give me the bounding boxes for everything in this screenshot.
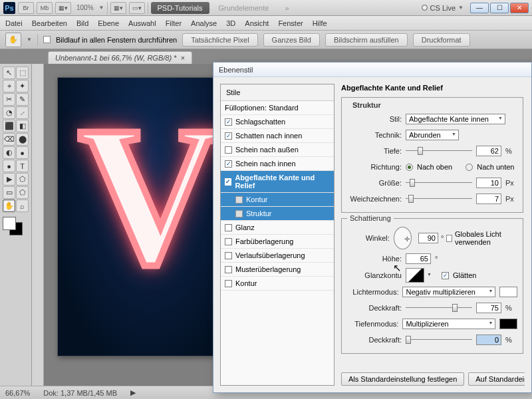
marquee-tool[interactable]: ⬚ [16, 66, 29, 79]
dodge-tool[interactable]: ● [16, 146, 29, 159]
menu-filter[interactable]: Filter [166, 19, 182, 27]
menu-hilfe[interactable]: Hilfe [313, 19, 327, 27]
hoehe-input[interactable]: 65 [406, 253, 431, 264]
reset-default-button[interactable]: Auf Standardeinstell [468, 372, 525, 386]
chevron-down-icon[interactable]: ▼ [99, 5, 104, 11]
panel-collapse-strip[interactable] [32, 64, 44, 386]
eraser-tool[interactable]: ⌫ [3, 133, 15, 146]
weich-slider[interactable] [406, 194, 472, 203]
menu-3d[interactable]: 3D [226, 19, 235, 27]
eyedropper-tool[interactable]: ✎ [16, 93, 29, 106]
highlight-color-swatch[interactable] [499, 287, 517, 297]
style-checkbox[interactable] [225, 146, 232, 154]
gloss-contour-picker[interactable]: ▼ [406, 268, 424, 283]
deck2-slider[interactable] [406, 335, 472, 344]
style-item[interactable]: Musterüberlagerung [221, 263, 334, 277]
style-checkbox[interactable] [225, 238, 232, 245]
weich-input[interactable]: 7 [476, 194, 501, 204]
screen-mode-button[interactable]: ▭▾ [129, 2, 145, 14]
view-extras-button[interactable]: ▦▾ [110, 2, 126, 14]
style-checkbox[interactable]: ✓ [225, 178, 231, 186]
pen-tool[interactable]: ● [3, 160, 15, 172]
menu-ebene[interactable]: Ebene [98, 19, 119, 27]
hand-tool[interactable]: ✋ [3, 200, 15, 212]
workspace-tab[interactable]: Grundelemente [212, 2, 276, 14]
style-item[interactable]: Glanz [221, 221, 334, 235]
shape-tool[interactable]: ⬠ [16, 173, 29, 186]
angle-dial[interactable]: ✛ [394, 227, 412, 249]
style-item[interactable]: Kontur [221, 193, 334, 207]
menu-analyse[interactable]: Analyse [191, 19, 217, 27]
color-swatches[interactable] [3, 217, 29, 237]
status-docsize[interactable]: Dok: 1,37 MB/1,45 MB [43, 389, 117, 397]
workspace-expand[interactable]: » [278, 2, 295, 14]
style-checkbox[interactable] [225, 224, 232, 231]
3d-tool[interactable]: ⬠ [16, 186, 29, 199]
style-checkbox[interactable] [225, 266, 232, 273]
style-item[interactable]: Farbüberlagerung [221, 235, 334, 249]
style-item[interactable]: ✓Schlagschatten [221, 115, 334, 129]
cs-live-button[interactable]: CS Live ▼ [422, 4, 464, 12]
type-tool[interactable]: T [16, 160, 29, 172]
fill-options-row[interactable]: Fülloptionen: Standard [221, 101, 334, 115]
style-checkbox[interactable]: ✓ [225, 118, 232, 126]
style-item[interactable]: ✓Schatten nach innen [221, 129, 334, 143]
groesse-slider[interactable] [406, 178, 472, 188]
style-item[interactable]: Struktur [221, 207, 334, 221]
actual-pixels-button[interactable]: Tatsächliche Pixel [182, 33, 257, 47]
global-light-checkbox[interactable] [446, 235, 452, 242]
style-item[interactable]: ✓Abgeflachte Kante und Relief [221, 171, 334, 193]
maximize-button[interactable]: ☐ [490, 3, 509, 13]
heal-tool[interactable]: ◔ [3, 106, 15, 119]
style-item[interactable]: ✓Schein nach innen [221, 157, 334, 171]
shadow-color-swatch[interactable] [499, 319, 517, 329]
richtung-up-radio[interactable] [406, 164, 413, 171]
shadow-mode-dropdown[interactable]: Multiplizieren [402, 319, 495, 329]
richtung-down-radio[interactable] [466, 164, 473, 171]
stil-dropdown[interactable]: Abgeflachte Kante innen [406, 114, 505, 124]
crop-tool[interactable]: ✂ [3, 93, 15, 106]
set-default-button[interactable]: Als Standardeinstellung festlegen [341, 372, 464, 386]
brush-tool[interactable]: ⟋ [16, 106, 29, 119]
deck1-input[interactable]: 75 [476, 303, 501, 313]
bridge-button[interactable]: Br [18, 2, 34, 14]
foreground-swatch[interactable] [3, 217, 16, 230]
lasso-tool[interactable]: ⌖ [3, 80, 15, 92]
notes-tool[interactable]: ▭ [3, 186, 15, 199]
menu-bild[interactable]: Bild [76, 19, 88, 27]
fit-screen-button[interactable]: Ganzes Bild [263, 33, 320, 47]
style-item[interactable]: Verlaufsüberlagerung [221, 249, 334, 263]
dialog-title-bar[interactable]: Ebenenstil [213, 63, 531, 77]
arrange-button[interactable]: ▦▾ [55, 2, 71, 14]
scroll-all-checkbox[interactable] [43, 36, 51, 43]
style-item[interactable]: Kontur [221, 277, 334, 291]
path-tool[interactable]: ▶ [3, 173, 15, 186]
chevron-down-icon[interactable]: ▼ [27, 37, 32, 43]
status-arrow-icon[interactable]: ▶ [130, 388, 136, 397]
zoom-tool[interactable]: ⌕ [16, 200, 29, 212]
winkel-input[interactable]: 90 [418, 233, 438, 243]
fill-screen-button[interactable]: Bildschirm ausfüllen [325, 33, 408, 47]
glaetten-checkbox[interactable]: ✓ [442, 272, 449, 279]
style-checkbox[interactable] [225, 280, 232, 287]
menu-fenster[interactable]: Fenster [278, 19, 303, 27]
style-checkbox[interactable]: ✓ [225, 160, 232, 168]
style-checkbox[interactable]: ✓ [225, 132, 232, 140]
menu-ansicht[interactable]: Ansicht [245, 19, 269, 27]
deck2-input[interactable]: 0 [476, 334, 501, 345]
wand-tool[interactable]: ✦ [16, 80, 29, 92]
technik-dropdown[interactable]: Abrunden [406, 130, 459, 140]
highlight-mode-dropdown[interactable]: Negativ multiplizieren [402, 287, 495, 297]
menu-bearbeiten[interactable]: Bearbeiten [32, 19, 67, 27]
hand-tool-icon[interactable]: ✋ [5, 33, 21, 47]
minimize-button[interactable]: — [470, 3, 489, 13]
gradient-tool[interactable]: ⬤ [16, 133, 29, 146]
minibridge-button[interactable]: Mb [37, 2, 53, 14]
document-tab[interactable]: Unbenannt-1 bei 66,7% (W, RGB/8) * × [48, 51, 192, 64]
blur-tool[interactable]: ◐ [3, 146, 15, 159]
menu-datei[interactable]: Datei [5, 19, 23, 27]
tab-close-icon[interactable]: × [180, 54, 184, 62]
print-size-button[interactable]: Druckformat [413, 33, 470, 47]
style-checkbox[interactable] [225, 252, 232, 259]
style-item[interactable]: Schein nach außen [221, 143, 334, 157]
